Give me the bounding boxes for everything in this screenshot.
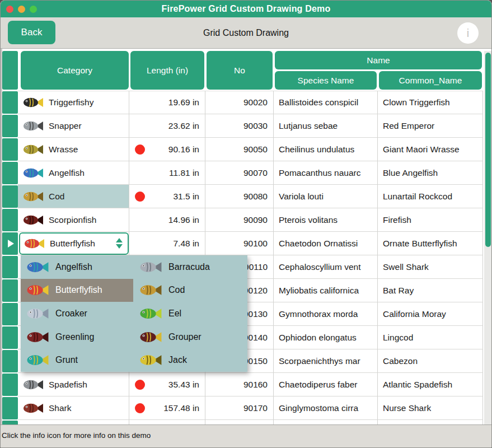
row-indicator[interactable] [2,209,18,231]
scrollbar-thumb[interactable] [485,53,491,247]
cell-no[interactable] [205,420,274,424]
cell-species[interactable]: Pomacanthus nauarc [274,161,378,185]
cell-species[interactable]: Chaetodon Ornatissi [274,232,378,255]
cell-common[interactable]: Swell Shark [378,255,483,279]
cell-no[interactable]: 90070 [205,161,274,185]
row-indicator[interactable] [2,279,18,302]
cell-length[interactable] [129,420,205,424]
cell-no[interactable]: 90080 [205,185,274,208]
dropdown-item-angelfish[interactable]: Angelfish [21,255,133,279]
dropdown-item-eel[interactable]: Eel [134,302,246,325]
back-button[interactable]: Back [8,21,55,44]
cell-length[interactable]: 90.16 in [129,138,205,161]
dropdown-item-barracuda[interactable]: Barracuda [134,255,246,279]
cell-category[interactable]: Snapper [18,114,129,138]
cell-species[interactable]: Myliobatis californica [274,279,378,302]
cell-no[interactable]: 90160 [205,373,274,396]
cell-common[interactable]: Ornate Butterflyfish [378,232,483,255]
row-indicator[interactable] [2,232,18,255]
cell-species[interactable]: Ballistoides conspicil [274,91,378,114]
cell-length[interactable]: 31.5 in [129,185,205,208]
cell-no[interactable]: 90050 [205,138,274,161]
row-indicator[interactable] [2,374,18,396]
dropdown-item-grouper[interactable]: Grouper [134,325,246,349]
cell-common[interactable]: Cabezon [378,349,483,373]
cell-category[interactable]: Shark [18,396,129,420]
category-editor[interactable]: Butterflyfish [19,232,129,255]
cell-category[interactable]: Wrasse [18,138,129,161]
minimize-button[interactable] [18,6,25,13]
row-indicator[interactable] [2,115,18,137]
cell-no[interactable]: 90020 [205,91,274,114]
cell-category[interactable]: Spadefish [18,373,129,396]
dropdown-stepper-icon[interactable] [116,238,123,249]
row-indicator[interactable] [2,138,18,161]
cell-common[interactable]: Giant Maori Wrasse [378,138,483,161]
cell-length[interactable]: 23.62 in [129,114,205,138]
cell-species[interactable]: Chaetodiperus faber [274,373,378,396]
cell-length[interactable]: 14.96 in [129,208,205,232]
row-indicator[interactable] [2,185,18,208]
column-header-length[interactable]: Length (in) [130,51,204,90]
row-indicator[interactable] [2,326,18,349]
row-indicator[interactable] [2,397,18,419]
cell-common[interactable]: California Moray [378,302,483,326]
cell-category[interactable]: Cod [18,185,129,208]
row-indicator[interactable] [2,256,18,278]
cell-species[interactable]: Variola louti [274,185,378,208]
cell-species[interactable]: Lutjanus sebae [274,114,378,138]
cell-species[interactable]: Ginglymostoma cirra [274,396,378,420]
cell-common[interactable]: Blue Angelfish [378,161,483,185]
cell-common[interactable]: Atlantic Spadefish [378,373,483,396]
table-row: Scorpionfish 14.96 in 90090 Pterois voli… [1,208,484,232]
cell-category[interactable] [18,420,129,424]
cell-length[interactable]: 157.48 in [129,396,205,420]
row-indicator[interactable] [2,162,18,184]
cell-common[interactable]: Clown Triggerfish [378,91,483,114]
cell-category[interactable]: Triggerfishy [18,91,129,114]
dropdown-item-greenling[interactable]: Greenling [21,325,133,349]
info-icon[interactable]: i [457,22,479,44]
cell-common[interactable]: Red Emperor [378,114,483,138]
column-header-common[interactable]: Common_Name [379,71,482,90]
dropdown-item-croaker[interactable]: Croaker [21,302,133,325]
cell-common[interactable]: Lingcod [378,326,483,349]
cell-no[interactable]: 90030 [205,114,274,138]
cell-category[interactable]: Butterflyfish [18,232,129,255]
cell-length[interactable]: 7.48 in [129,232,205,255]
cell-species[interactable]: Gymnothorax morda [274,302,378,326]
cell-no[interactable]: 90170 [205,396,274,420]
cell-common[interactable]: Lunartail Rockcod [378,185,483,208]
row-indicator[interactable] [2,91,18,114]
cell-category[interactable]: Angelfish [18,161,129,185]
column-header-name-group[interactable]: Name [275,51,482,69]
cell-length[interactable]: 11.81 in [129,161,205,185]
dropdown-item-cod[interactable]: Cod [134,279,246,302]
dropdown-item-grunt[interactable]: Grunt [21,348,133,372]
column-header-no[interactable]: No [207,51,273,90]
cell-common[interactable]: Bat Ray [378,279,483,302]
cell-species[interactable]: Cephaloscyllium vent [274,255,378,279]
row-indicator[interactable] [2,350,18,372]
cell-species[interactable]: Pterois volitans [274,208,378,232]
column-header-category[interactable]: Category [21,51,129,90]
dropdown-item-jack[interactable]: Jack [134,348,246,372]
cell-no[interactable]: 90090 [205,208,274,232]
zoom-button[interactable] [30,6,37,13]
cell-species[interactable]: Cheilinus undulatus [274,138,378,161]
cell-length[interactable]: 19.69 in [129,91,205,114]
cell-category[interactable]: Scorpionfish [18,208,129,232]
column-header-species[interactable]: Species Name [275,71,377,90]
cell-species[interactable]: Scorpaenichthys mar [274,349,378,373]
row-indicator[interactable] [2,303,18,325]
cell-species[interactable] [274,420,378,424]
cell-no[interactable]: 90100 [205,232,274,255]
cell-length[interactable]: 35.43 in [129,373,205,396]
dropdown-item-butterflyfish[interactable]: Butterflyfish [21,279,133,302]
cell-common[interactable]: Nurse Shark [378,396,483,420]
cell-common[interactable]: Firefish [378,208,483,232]
cell-common[interactable] [378,420,483,424]
close-button[interactable] [6,6,13,13]
row-indicator[interactable] [2,421,18,424]
cell-species[interactable]: Ophiodon elongatus [274,326,378,349]
